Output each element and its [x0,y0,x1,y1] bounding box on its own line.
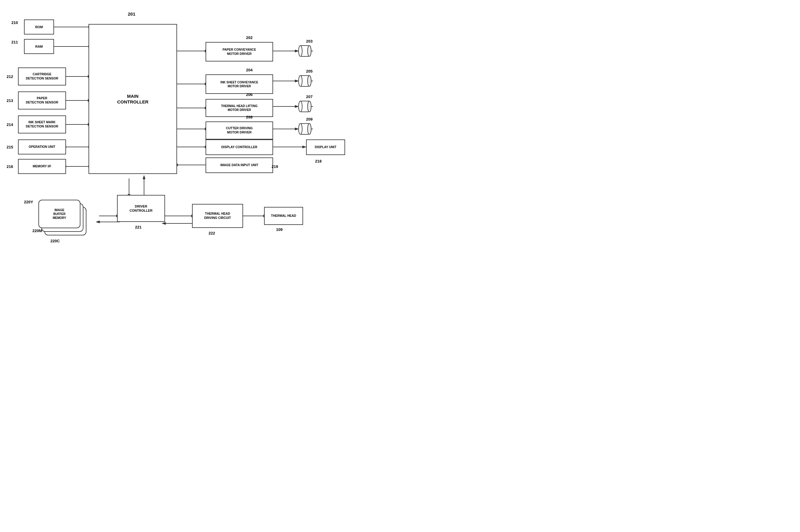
svg-point-59 [299,76,302,87]
motor-205-ref: 205 [306,69,313,74]
motor-203-icon [298,44,313,58]
operation-unit-box: OPERATION UNIT [18,139,66,154]
motor-207-icon [298,100,313,113]
th-lifting-ref: 206 [246,92,253,97]
image-data-input-ref: 219 [272,164,278,169]
image-buffer-memory-y: IMAGEBUFFERMEMORY [38,200,80,228]
cutter-motor-box: CUTTER DRIVINGMOTOR DRIVER [206,121,273,139]
svg-point-68 [308,124,311,134]
image-buffer-ref-c: 220C [51,239,60,243]
diagram: MAINCONTROLLER ROM 210 RAM 211 CARTRIDGE… [0,0,400,266]
memory-if-ref: 216 [6,164,13,169]
paper-sensor-box: PAPERDETECTION SENSOR [18,92,66,110]
paper-sensor-ref: 213 [6,98,13,103]
display-unit-ref: 218 [315,159,322,164]
display-unit-box: DISPLAY UNIT [306,139,345,155]
display-controller-box: DISPLAY CONTROLLER [206,139,273,155]
svg-marker-43 [143,175,145,179]
motor-209-ref: 209 [306,117,313,121]
svg-marker-47 [96,221,100,223]
image-buffer-ref-m: 220M [32,229,42,233]
memory-if-box: MEMORY I/F [18,159,66,174]
svg-point-56 [308,45,311,56]
svg-point-64 [308,101,311,112]
ram-ref: 211 [12,40,18,44]
main-controller-ref: 201 [128,12,135,17]
thermal-head-driving-box: THERMAL HEADDRIVING CIRCUIT [192,204,243,228]
svg-point-63 [299,101,302,112]
thermal-head-ref: 109 [276,227,283,232]
image-data-input-box: IMAGE DATA INPUT UNIT [206,157,273,173]
ink-sheet-sensor-box: INK SHEET MARKDETECTION SENSOR [18,115,66,133]
svg-point-67 [299,124,302,134]
th-lifting-box: THERMAL HEAD LIFTINGMOTOR DRIVER [206,99,273,117]
paper-motor-driver-ref: 202 [246,35,253,40]
driver-controller-box: DRIVERCONTROLLER [117,195,165,222]
svg-point-55 [299,45,302,56]
cutter-motor-ref: 208 [246,115,253,119]
thermal-head-box: THERMAL HEAD [264,207,303,225]
svg-marker-39 [302,146,306,148]
driver-controller-ref: 221 [135,225,142,229]
rom-ref: 210 [12,20,18,25]
cartridge-ref: 212 [6,74,13,79]
svg-point-60 [308,76,311,87]
ram-box: RAM [24,39,54,54]
paper-motor-driver-box: PAPER CONVEYANCEMOTOR DRIVER [206,42,273,61]
operation-unit-ref: 215 [6,145,13,149]
motor-203-ref: 203 [306,39,313,43]
motor-205-icon [298,74,313,88]
ink-sheet-sensor-ref: 214 [6,122,13,127]
thermal-head-driving-ref: 222 [208,231,215,235]
image-buffer-ref-y: 220Y [24,200,33,204]
cartridge-sensor-box: CARTRIDGEDETECTION SENSOR [18,68,66,86]
rom-box: ROM [24,19,54,35]
main-controller-box: MAINCONTROLLER [89,24,177,174]
svg-marker-51 [162,222,166,225]
ink-motor-driver-ref: 204 [246,68,253,72]
ink-motor-driver-box: INK SHEET CONVEYANCEMOTOR DRIVER [206,74,273,94]
motor-207-ref: 207 [306,94,313,99]
motor-209-icon [298,122,313,136]
